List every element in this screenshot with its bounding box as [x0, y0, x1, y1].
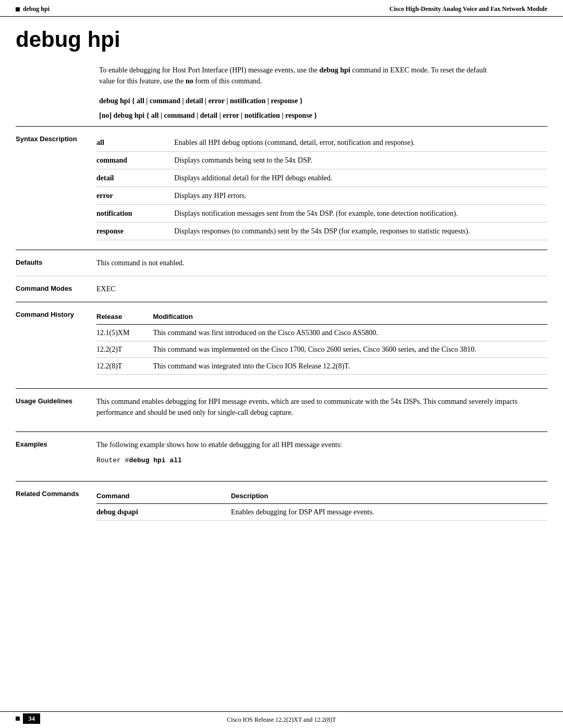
command-modes-label: Command Modes: [16, 283, 96, 292]
page-footer: 34 Cisco IOS Release 12.2(2)XT and 12.2(…: [0, 711, 563, 728]
footer-left: 34: [16, 713, 40, 724]
footer-square-icon: [16, 717, 20, 721]
syntax1-prefix: debug hpi: [99, 97, 130, 105]
examples-section: Examples The following example shows how…: [16, 431, 547, 473]
page-title: debug hpi: [16, 27, 547, 52]
desc-text1: To enable debugging for Host Port Interf…: [99, 66, 319, 74]
syntax-def: Displays any HPI errors.: [174, 187, 547, 205]
syntax-table-row: detailDisplays additional detail for the…: [96, 169, 547, 187]
history-table-row: 12.1(5)XMThis command was first introduc…: [96, 324, 547, 341]
syntax2-params: { all | command | detail | error | notif…: [144, 112, 317, 119]
history-mod: This command was implemented on the Cisc…: [153, 341, 547, 357]
syntax-description-section: Syntax Description allEnables all HPI de…: [16, 126, 547, 240]
related-table: Command Description debug dspapiEnables …: [96, 489, 547, 521]
examples-code-bold: debug hpi all: [129, 456, 181, 464]
desc-bold1: debug hpi: [319, 66, 350, 74]
syntax-table-row: notificationDisplays notification messag…: [96, 205, 547, 223]
history-release: 12.1(5)XM: [96, 324, 153, 341]
syntax1-params: { all | command | detail | error | notif…: [130, 97, 303, 105]
syntax-description-label: Syntax Description: [16, 134, 96, 143]
history-table-row: 12.2(8)TThis command was integrated into…: [96, 357, 547, 374]
syntax-term: command: [96, 152, 174, 169]
syntax-table-row: errorDisplays any HPI errors.: [96, 187, 547, 205]
related-commands-section: Related Commands Command Description deb…: [16, 481, 547, 528]
history-col2-header: Modification: [153, 310, 547, 324]
footer-center-text: Cisco IOS Release 12.2(2)XT and 12.2(8)T: [227, 716, 336, 724]
usage-guidelines-section: Usage Guidelines This command enables de…: [16, 388, 547, 425]
usage-guidelines-content: This command enables debugging for HPI m…: [96, 396, 547, 418]
header-left: debug hpi: [16, 5, 50, 13]
defaults-section: Defaults This command is not enabled.: [16, 250, 547, 276]
examples-code: Router #debug hpi all: [96, 456, 182, 464]
related-table-row: debug dspapiEnables debugging for DSP AP…: [96, 503, 547, 520]
defaults-content: This command is not enabled.: [96, 257, 547, 268]
related-col2-header: Description: [231, 489, 547, 503]
syntax-line-1: debug hpi { all | command | detail | err…: [99, 97, 547, 105]
syntax-term: detail: [96, 169, 174, 187]
syntax-table-row: responseDisplays responses (to commands)…: [96, 223, 547, 240]
defaults-label: Defaults: [16, 257, 96, 266]
syntax-def: Displays responses (to commands) sent by…: [174, 223, 547, 240]
history-table: Release Modification 12.1(5)XMThis comma…: [96, 310, 547, 375]
syntax-term: response: [96, 223, 174, 240]
desc-text3: form of this command.: [193, 77, 262, 85]
history-release: 12.2(2)T: [96, 341, 153, 357]
command-modes-section: Command Modes EXEC: [16, 276, 547, 302]
description-paragraph: To enable debugging for Host Port Interf…: [99, 65, 495, 87]
history-mod: This command was integrated into the Cis…: [153, 357, 547, 374]
examples-label: Examples: [16, 439, 96, 466]
footer-page-number: 34: [23, 713, 40, 724]
header-right-text: Cisco High-Density Analog Voice and Fax …: [389, 5, 547, 13]
main-content: debug hpi To enable debugging for Host P…: [0, 17, 563, 538]
command-history-label: Command History: [16, 310, 96, 318]
syntax-def: Displays additional detail for the HPI d…: [174, 169, 547, 187]
page-header: debug hpi Cisco High-Density Analog Voic…: [0, 0, 563, 17]
syntax-term: error: [96, 187, 174, 205]
history-release: 12.2(8)T: [96, 357, 153, 374]
syntax2-prefix: [no] debug hpi: [99, 112, 144, 119]
syntax-term: all: [96, 134, 174, 152]
usage-guidelines-label: Usage Guidelines: [16, 396, 96, 405]
syntax-def: Enables all HPI debug options (command, …: [174, 134, 547, 152]
related-commands-label: Related Commands: [16, 489, 96, 498]
related-col1-header: Command: [96, 489, 231, 503]
syntax-table-row: allEnables all HPI debug options (comman…: [96, 134, 547, 152]
examples-text: The following example shows how to enabl…: [96, 441, 342, 449]
related-cmd: debug dspapi: [96, 503, 231, 520]
examples-content: The following example shows how to enabl…: [96, 439, 547, 466]
header-square-icon: [16, 7, 20, 11]
related-commands-content: Command Description debug dspapiEnables …: [96, 489, 547, 521]
desc-bold2: no: [186, 77, 193, 85]
syntax-line-2: [no] debug hpi { all | command | detail …: [99, 112, 547, 120]
command-history-section: Command History Release Modification 12.…: [16, 302, 547, 382]
history-col1-header: Release: [96, 310, 153, 324]
syntax-def: Displays commands being sent to the 54x …: [174, 152, 547, 169]
syntax-def: Displays notification messages sent from…: [174, 205, 547, 223]
syntax-term: notification: [96, 205, 174, 223]
header-left-text: debug hpi: [23, 5, 50, 13]
syntax-table: allEnables all HPI debug options (comman…: [96, 134, 547, 240]
syntax-description-content: allEnables all HPI debug options (comman…: [96, 134, 547, 240]
command-history-content: Release Modification 12.1(5)XMThis comma…: [96, 310, 547, 375]
history-mod: This command was first introduced on the…: [153, 324, 547, 341]
command-modes-content: EXEC: [96, 283, 547, 294]
syntax-table-row: commandDisplays commands being sent to t…: [96, 152, 547, 169]
history-table-row: 12.2(2)TThis command was implemented on …: [96, 341, 547, 357]
related-desc: Enables debugging for DSP API message ev…: [231, 503, 547, 520]
examples-code-block: Router #debug hpi all: [96, 454, 547, 466]
